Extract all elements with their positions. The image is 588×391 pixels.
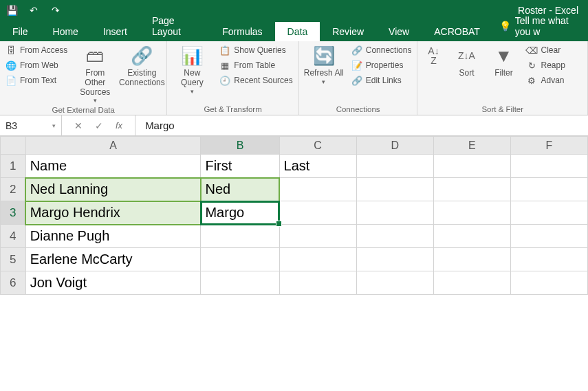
cell-d1[interactable]	[356, 155, 433, 178]
from-text-button[interactable]: 📄From Text	[4, 74, 69, 87]
sort-button[interactable]: Z↓A Sort	[450, 44, 482, 78]
cell-c3[interactable]	[279, 201, 356, 225]
row-header-3[interactable]: 3	[1, 201, 26, 225]
undo-icon[interactable]: ↶	[26, 3, 41, 18]
group-label-connections: Connections	[303, 104, 413, 113]
col-header-c[interactable]: C	[279, 137, 356, 155]
cell-f5[interactable]	[510, 248, 587, 271]
cell-d2[interactable]	[356, 178, 433, 201]
existing-connections-button[interactable]: 🔗 Existing Connections	[121, 44, 162, 88]
cell-a1[interactable]: Name	[25, 155, 201, 178]
cell-b4[interactable]	[201, 225, 279, 248]
new-query-button[interactable]: 📊 New Query	[171, 44, 213, 95]
cell-e3[interactable]	[433, 201, 510, 225]
col-header-d[interactable]: D	[356, 137, 433, 155]
cell-d3[interactable]	[356, 201, 433, 225]
col-header-e[interactable]: E	[433, 137, 510, 155]
cell-f1[interactable]	[510, 155, 587, 178]
cell-c2[interactable]	[279, 178, 356, 201]
cell-a5[interactable]: Earlene McCarty	[25, 248, 201, 271]
tab-insert[interactable]: Insert	[91, 22, 140, 41]
tab-home[interactable]: Home	[41, 22, 91, 41]
cell-d6[interactable]	[356, 271, 433, 295]
edit-links-button[interactable]: 🔗Edit Links	[350, 74, 413, 87]
tab-file[interactable]: File	[0, 22, 41, 41]
tab-view[interactable]: View	[376, 22, 422, 41]
cell-d4[interactable]	[356, 225, 433, 248]
connections-button[interactable]: 🔗Connections	[350, 44, 413, 56]
group-label-external: Get External Data	[4, 104, 162, 114]
col-header-b[interactable]: B	[201, 137, 279, 155]
cancel-icon[interactable]: ✕	[74, 120, 83, 131]
clear-filter-button[interactable]: ⌫Clear	[525, 44, 566, 56]
group-sort-filter: A↓Z Z↓A Sort ▼ Filter ⌫Clear ↻Reapp ⚙Adv…	[417, 41, 588, 115]
row-header-5[interactable]: 5	[1, 248, 26, 271]
cell-c4[interactable]	[279, 225, 356, 248]
col-header-f[interactable]: F	[510, 137, 587, 155]
cell-b5[interactable]	[201, 248, 279, 271]
row-header-4[interactable]: 4	[1, 225, 26, 248]
tab-data[interactable]: Data	[275, 22, 320, 41]
cell-e6[interactable]	[433, 271, 510, 295]
enter-icon[interactable]: ✓	[95, 120, 103, 131]
text-file-icon: 📄	[6, 75, 17, 86]
col-header-a[interactable]: A	[25, 137, 201, 155]
recent-sources-button[interactable]: 🕘Recent Sources	[218, 74, 294, 87]
formula-value[interactable]: Margo	[135, 120, 184, 131]
row-header-1[interactable]: 1	[1, 155, 26, 178]
cell-b2[interactable]: Ned	[201, 178, 279, 201]
row-header-2[interactable]: 2	[1, 178, 26, 201]
from-table-button[interactable]: ▦From Table	[218, 59, 294, 71]
spreadsheet[interactable]: A B C D E F 1 Name First Last 2 Ned Lann…	[0, 136, 588, 295]
redo-icon[interactable]: ↷	[48, 3, 63, 18]
filter-button[interactable]: ▼ Filter	[488, 44, 519, 78]
cell-d5[interactable]	[356, 248, 433, 271]
row-5: 5 Earlene McCarty	[1, 248, 588, 271]
cell-e4[interactable]	[433, 225, 510, 248]
cell-e2[interactable]	[433, 178, 510, 201]
reapply-button[interactable]: ↻Reapp	[525, 59, 566, 71]
name-box[interactable]: B3	[0, 115, 62, 135]
cell-b6[interactable]	[201, 271, 279, 295]
cell-b3[interactable]: Margo	[201, 201, 279, 225]
formula-bar: B3 ✕ ✓ fx Margo	[0, 115, 588, 136]
row-6: 6 Jon Voigt	[1, 271, 588, 295]
connections-icon: 🔗	[351, 45, 362, 56]
cell-e5[interactable]	[433, 248, 510, 271]
cell-b1[interactable]: First	[201, 155, 279, 178]
cell-e1[interactable]	[433, 155, 510, 178]
cell-a2[interactable]: Ned Lanning	[25, 178, 201, 201]
from-other-sources-button[interactable]: 🗃 From Other Sources	[74, 44, 116, 104]
from-web-button[interactable]: 🌐From Web	[4, 59, 69, 71]
save-icon[interactable]: 💾	[4, 3, 19, 18]
refresh-all-button[interactable]: 🔄 Refresh All	[303, 44, 345, 85]
cell-f3[interactable]	[510, 201, 587, 225]
tab-formulas[interactable]: Formulas	[210, 22, 274, 41]
group-label-transform: Get & Transform	[171, 104, 294, 113]
db-icon: 🗃	[83, 44, 107, 67]
cell-a4[interactable]: Dianne Pugh	[25, 225, 201, 248]
select-all-corner[interactable]	[1, 137, 26, 155]
sort-az-button[interactable]: A↓Z	[422, 44, 445, 67]
cell-c6[interactable]	[279, 271, 356, 295]
cell-f2[interactable]	[510, 178, 587, 201]
advanced-button[interactable]: ⚙Advan	[525, 74, 566, 87]
column-header-row: A B C D E F	[1, 137, 588, 155]
cell-f4[interactable]	[510, 225, 587, 248]
properties-icon: 📝	[351, 60, 362, 71]
fx-icon[interactable]: fx	[116, 120, 122, 131]
show-queries-button[interactable]: 📋Show Queries	[218, 44, 294, 56]
cell-a3[interactable]: Margo Hendrix	[25, 201, 201, 225]
cell-c1[interactable]: Last	[279, 155, 356, 178]
cell-f6[interactable]	[510, 271, 587, 295]
row-header-6[interactable]: 6	[1, 271, 26, 295]
properties-button[interactable]: 📝Properties	[350, 59, 413, 71]
cell-a6[interactable]: Jon Voigt	[25, 271, 201, 295]
ribbon-tabs: File Home Insert Page Layout Formulas Da…	[0, 21, 588, 41]
tab-review[interactable]: Review	[320, 22, 376, 41]
cell-c5[interactable]	[279, 248, 356, 271]
tell-me[interactable]: 💡 Tell me what you w	[492, 11, 588, 41]
tab-page-layout[interactable]: Page Layout	[140, 11, 210, 41]
from-access-button[interactable]: 🗄From Access	[4, 44, 69, 56]
tab-acrobat[interactable]: ACROBAT	[422, 22, 492, 41]
